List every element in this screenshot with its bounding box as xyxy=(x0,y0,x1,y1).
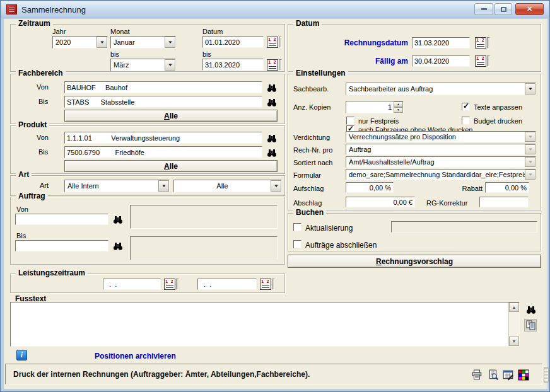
scroll-down-icon[interactable]: ▼ xyxy=(509,337,519,346)
rg-korrektur-input[interactable] xyxy=(479,197,529,207)
art-group-title: Art xyxy=(16,170,32,179)
produkt-von-input[interactable] xyxy=(64,132,262,144)
rg-korrektur-label: RG-Korrektur xyxy=(426,199,467,207)
art-group: Art Art Alle Intern ▼ Alle ▼ xyxy=(10,175,285,196)
monat-bis-select[interactable]: März ▼ xyxy=(110,59,176,71)
print-preview-icon[interactable] xyxy=(487,369,500,381)
date-picker-icon[interactable] xyxy=(260,279,275,290)
texte-anpassen-checkbox[interactable] xyxy=(462,103,470,111)
auftrag-group-title: Auftrag xyxy=(16,192,48,200)
auftrag-von-input[interactable] xyxy=(15,214,108,225)
binoculars-search-icon[interactable] xyxy=(266,96,278,108)
faellig-am-input[interactable] xyxy=(412,55,470,67)
color-grid-icon[interactable] xyxy=(517,369,530,381)
binoculars-search-icon[interactable] xyxy=(266,82,278,93)
date-picker-icon[interactable] xyxy=(267,37,282,48)
jahr-value: 2020 xyxy=(56,38,71,46)
abschlag-input[interactable] xyxy=(346,197,415,207)
budget-drucken-label: Budget drucken xyxy=(474,117,522,125)
fachbereich-von-input[interactable] xyxy=(64,81,262,93)
produkt-bis-label: Bis xyxy=(38,148,48,156)
copy-text-icon[interactable] xyxy=(524,319,537,331)
titlebar[interactable]: Sammelrechnung ✕ xyxy=(1,1,549,18)
sortiert-nach-value: Amt/Haushaltsstelle/Auftrag xyxy=(349,158,435,166)
print-icon[interactable] xyxy=(471,369,483,381)
leistung-von-input[interactable] xyxy=(103,279,161,290)
texte-anpassen-label: Texte anpassen xyxy=(474,103,522,111)
datum-bis-input[interactable] xyxy=(202,59,264,71)
verdichtung-select[interactable]: Verrechnungssätze pro Disposition ▼ xyxy=(346,131,536,142)
chevron-down-icon[interactable]: ▼ xyxy=(97,37,107,48)
auftrag-bis-input[interactable] xyxy=(15,240,108,251)
formular-value: demo_sare;Sammelrechnung Standardidar_ei… xyxy=(349,171,525,178)
datum-von-input[interactable] xyxy=(202,36,264,48)
spin-up-icon[interactable]: ▲ xyxy=(394,101,403,107)
minimize-button[interactable] xyxy=(474,3,493,15)
chevron-down-icon: ▼ xyxy=(525,132,535,142)
sortiert-nach-select[interactable]: Amt/Haushaltsstelle/Auftrag ▼ xyxy=(346,156,536,168)
fachbereich-alle-button[interactable]: Alle xyxy=(64,110,278,122)
art-typ-select[interactable]: Alle ▼ xyxy=(173,180,282,192)
info-icon[interactable]: i xyxy=(16,350,27,360)
fachbereich-bis-input[interactable] xyxy=(64,96,262,108)
date-picker-icon[interactable] xyxy=(267,59,282,71)
rechnungsdatum-input[interactable] xyxy=(412,37,470,49)
binoculars-search-icon[interactable] xyxy=(112,240,124,251)
leistung-bis-input[interactable] xyxy=(197,279,257,290)
chevron-down-icon[interactable]: ▼ xyxy=(271,180,281,192)
datum-label: Datum xyxy=(202,28,223,35)
resize-grip[interactable] xyxy=(544,367,549,383)
art-typ-value: Alle xyxy=(174,182,271,190)
auftrag-bis-label: Bis xyxy=(16,232,26,239)
rechnr-pro-select[interactable]: Auftrag ▼ xyxy=(346,144,536,155)
binoculars-search-icon[interactable] xyxy=(266,132,278,144)
monat-bis-label: bis xyxy=(110,50,119,58)
monat-von-select[interactable]: Januar ▼ xyxy=(110,36,176,49)
maximize-button[interactable] xyxy=(494,3,512,15)
binoculars-search-icon[interactable] xyxy=(525,304,537,315)
aufschlag-input[interactable] xyxy=(346,182,394,193)
rechnungsvorschlag-button[interactable]: Rechnungsvorschlag xyxy=(288,255,541,268)
rabatt-input[interactable] xyxy=(485,182,529,193)
fusstext-textarea[interactable]: ▲ ▼ xyxy=(10,302,520,347)
chevron-down-icon[interactable]: ▼ xyxy=(165,59,175,71)
buchen-group: Buchen Aktualisierung Aufträge abschließ… xyxy=(288,213,541,251)
report-edit-icon[interactable] xyxy=(502,369,515,381)
fachbereich-group-title: Fachbereich xyxy=(16,69,66,78)
einstellungen-group-title: Einstellungen xyxy=(293,69,348,78)
auftraege-abschliessen-checkbox[interactable] xyxy=(293,240,301,248)
chevron-down-icon: ▼ xyxy=(525,144,535,154)
anz-kopien-input[interactable] xyxy=(346,101,393,113)
date-picker-icon[interactable] xyxy=(475,37,490,49)
abschlag-label: Abschlag xyxy=(293,199,322,207)
sachbearb-select[interactable]: Sachbearbeiter aus Auftrag ▼ xyxy=(346,83,536,95)
binoculars-search-icon[interactable] xyxy=(266,147,278,158)
close-button[interactable]: ✕ xyxy=(515,3,544,15)
fusstext-scrollbar[interactable]: ▲ ▼ xyxy=(508,303,519,346)
fachbereich-group: Fachbereich Von Bis Alle xyxy=(10,74,285,124)
positionen-archivieren-link[interactable]: Positionen archivieren xyxy=(95,352,176,360)
aktualisierung-checkbox[interactable] xyxy=(293,223,301,231)
maximize-icon xyxy=(501,7,506,12)
chevron-down-icon[interactable]: ▼ xyxy=(165,37,175,48)
produkt-alle-button[interactable]: Alle xyxy=(64,160,278,172)
scroll-up-icon[interactable]: ▲ xyxy=(509,303,519,312)
faellig-am-label: Fällig am xyxy=(295,57,408,66)
monat-label: Monat xyxy=(110,28,130,35)
formular-select[interactable]: demo_sare;Sammelrechnung Standardidar_ei… xyxy=(346,169,536,180)
spin-down-icon[interactable]: ▼ xyxy=(394,107,403,113)
anz-kopien-stepper[interactable]: ▲▼ xyxy=(346,101,404,113)
art-label: Art xyxy=(40,182,49,189)
date-picker-icon[interactable] xyxy=(475,55,490,67)
buchen-group-title: Buchen xyxy=(293,208,326,217)
budget-drucken-checkbox[interactable] xyxy=(462,117,470,125)
chevron-down-icon: ▼ xyxy=(525,157,535,167)
statusbar: Druck der internen Rechnungen (Auftragge… xyxy=(5,364,542,384)
jahr-select[interactable]: 2020 ▼ xyxy=(52,36,108,49)
produkt-bis-input[interactable] xyxy=(64,146,262,158)
art-intern-select[interactable]: Alle Intern ▼ xyxy=(64,180,170,192)
date-picker-icon[interactable] xyxy=(164,279,179,290)
binoculars-search-icon[interactable] xyxy=(112,214,124,225)
chevron-down-icon[interactable]: ▼ xyxy=(525,83,535,95)
chevron-down-icon[interactable]: ▼ xyxy=(158,180,169,192)
